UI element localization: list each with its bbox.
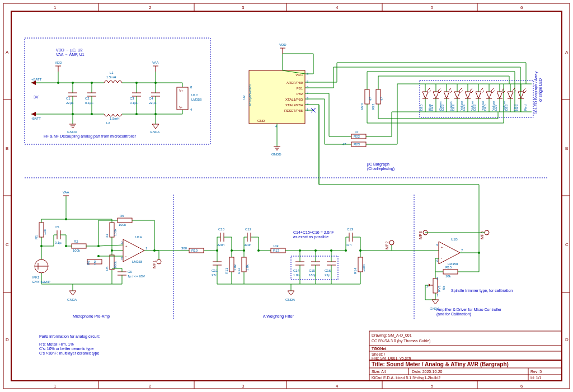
r12: R121.8k <box>237 257 249 274</box>
svg-text:D: D <box>565 337 569 342</box>
cap-c2: C2 0.1µF <box>85 83 96 114</box>
mp3: MP3 <box>419 230 428 239</box>
svg-text:47: 47 <box>380 97 383 101</box>
svg-text:5: 5 <box>431 384 434 389</box>
svg-text:220n: 220n <box>217 243 224 247</box>
c14: C141.8n <box>293 262 304 277</box>
svg-marker-202 <box>69 291 76 295</box>
svg-text:C11: C11 <box>212 269 218 272</box>
mp2: MP2 <box>385 240 394 249</box>
led-d20: D20Blue <box>420 84 431 112</box>
svg-text:22p: 22p <box>325 273 331 277</box>
svg-rect-98 <box>249 70 305 124</box>
r2: R2100k <box>72 240 86 252</box>
filter-note1: C14+C15+C16 = 2.0nF <box>293 230 334 234</box>
svg-text:VAA: VAA <box>63 191 69 194</box>
filter-note2: as exact as possible <box>293 235 328 239</box>
svg-point-169 <box>65 245 67 247</box>
svg-marker-362 <box>508 92 513 98</box>
svg-text:10k: 10k <box>273 244 279 248</box>
svg-text:+: + <box>441 245 443 249</box>
svg-text:10k: 10k <box>43 229 46 235</box>
svg-text:C12: C12 <box>245 228 252 231</box>
svg-text:1: 1 <box>54 5 57 10</box>
svg-text:C14: C14 <box>293 269 300 272</box>
vdd-note1: VDD → µC, U2 <box>56 48 83 53</box>
c12: C12330n <box>244 228 259 247</box>
svg-text:GNDD: GNDD <box>271 153 281 156</box>
led-d26: D26Yellow <box>483 84 495 112</box>
svg-text:R12: R12 <box>237 267 241 274</box>
led-d23: D23Yellow <box>452 84 463 112</box>
svg-point-252 <box>330 249 332 252</box>
svg-text:1M: 1M <box>93 261 97 265</box>
svg-text:-: - <box>125 254 126 258</box>
svg-text:GNDA: GNDA <box>150 130 159 134</box>
svg-text:D26: D26 <box>483 104 487 111</box>
c10: C10220n <box>217 228 232 247</box>
vaa-flag-2: VAA <box>63 191 69 201</box>
svg-text:D24: D24 <box>462 104 466 111</box>
svg-text:R15: R15 <box>445 266 452 269</box>
driver-title1: Amplifier & Driver for Micro Controller <box>436 308 502 312</box>
r11: R111.8k <box>225 257 237 274</box>
svg-text:100k: 100k <box>114 228 117 236</box>
svg-marker-286 <box>429 284 431 287</box>
svg-rect-137 <box>376 89 381 104</box>
r21: R21 47 <box>372 89 383 110</box>
svg-text:1: 1 <box>307 108 309 111</box>
svg-text:B: B <box>565 146 568 151</box>
svg-text:2: 2 <box>121 257 123 260</box>
svg-marker-38 <box>31 81 36 85</box>
svg-text:330n: 330n <box>244 243 251 247</box>
svg-text:3: 3 <box>121 241 123 244</box>
r13: R1310k <box>271 244 285 253</box>
svg-text:D: D <box>6 337 9 342</box>
svg-text:D20: D20 <box>420 104 423 111</box>
svg-text:R11: R11 <box>225 267 228 274</box>
c15: C15180p <box>309 262 320 277</box>
led-d21: D21Green <box>430 84 442 112</box>
svg-rect-166 <box>72 244 86 248</box>
title-block: Drawing: SM_A-D_001 CC BY-SA 3.0 (by Tho… <box>369 331 562 381</box>
svg-text:C5: C5 <box>55 225 59 229</box>
svg-text:D29: D29 <box>515 104 519 111</box>
svg-text:Size: A4: Size: A4 <box>372 370 386 374</box>
parts-c1: C's: 10% or better ceramic type <box>39 347 94 351</box>
svg-text:5k: 5k <box>442 286 445 290</box>
svg-text:GNDA: GNDA <box>67 298 77 301</box>
svg-text:MP2: MP2 <box>385 242 389 250</box>
svg-text:U1C: U1C <box>191 93 199 97</box>
c11: C1127n <box>212 251 222 284</box>
svg-text:XTAL2/PB4: XTAL2/PB4 <box>285 103 303 107</box>
svg-text:R10: R10 <box>191 249 198 252</box>
svg-text:XTAL1/PB3: XTAL1/PB3 <box>285 98 303 101</box>
u1b: +- U1B LM358 5 6 7 <box>436 238 463 266</box>
svg-text:EMY-63M/P: EMY-63M/P <box>32 280 50 284</box>
svg-point-265 <box>389 240 394 245</box>
svg-text:Id: 1/1: Id: 1/1 <box>530 376 542 380</box>
mp1: MP1 <box>152 259 161 268</box>
r1: R110k <box>35 223 46 239</box>
svg-text:47: 47 <box>369 97 372 101</box>
svg-marker-269 <box>288 291 294 295</box>
svg-text:1.5mH: 1.5mH <box>110 117 120 120</box>
svg-text:D22: D22 <box>441 104 444 111</box>
svg-text:6: 6 <box>520 384 523 389</box>
svg-text:300: 300 <box>181 247 187 250</box>
svg-text:7: 7 <box>307 91 309 95</box>
svg-text:C15: C15 <box>309 269 316 272</box>
svg-text:8: 8 <box>190 86 192 89</box>
batt-pos: +BATT <box>31 78 50 85</box>
svg-text:C3: C3 <box>130 97 134 100</box>
led-d24: D24Yellow <box>462 84 474 112</box>
svg-text:L2: L2 <box>106 121 110 125</box>
svg-text:R3: R3 <box>105 234 109 238</box>
svg-text:100k: 100k <box>362 264 365 272</box>
svg-text:GNDA: GNDA <box>285 298 295 301</box>
svg-text:0.1µF: 0.1µF <box>130 101 139 105</box>
r3: R3100k <box>105 223 117 238</box>
svg-text:22µF: 22µF <box>66 101 74 105</box>
svg-text:Date: 2020-10-20: Date: 2020-10-20 <box>412 370 443 374</box>
svg-text:10k: 10k <box>445 275 452 278</box>
